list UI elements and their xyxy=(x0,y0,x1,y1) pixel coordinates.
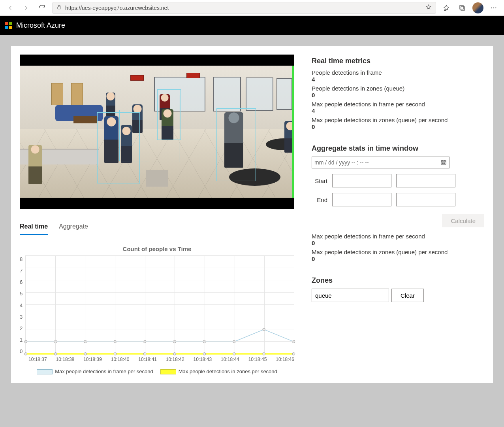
svg-point-18 xyxy=(84,353,87,355)
end-time-input[interactable] xyxy=(396,193,455,206)
legend-label-zones: Max people detections in zones per secon… xyxy=(179,368,277,374)
back-icon[interactable] xyxy=(3,1,17,15)
app-title: Microsoft Azure xyxy=(16,21,65,30)
svg-point-17 xyxy=(55,353,57,355)
avatar[interactable] xyxy=(472,2,483,13)
chart-tabs: Real time Aggregate xyxy=(20,220,294,235)
collections-icon[interactable] xyxy=(455,1,469,15)
chart-title: Count of people vs Time xyxy=(20,246,294,252)
zones-input[interactable] xyxy=(312,289,389,302)
tab-aggregate[interactable]: Aggregate xyxy=(59,220,88,235)
tab-realtime[interactable]: Real time xyxy=(20,220,48,235)
svg-point-3 xyxy=(491,7,492,8)
star-icon[interactable] xyxy=(425,4,432,11)
svg-point-25 xyxy=(292,353,295,355)
microsoft-logo-icon xyxy=(5,22,12,29)
svg-point-7 xyxy=(55,340,57,343)
lock-icon xyxy=(56,4,62,11)
metric-max-zones-label: Max people detections in zones (queue) p… xyxy=(312,117,484,123)
video-feed xyxy=(20,55,294,209)
aggregate-datetime-placeholder: mm / dd / yyyy -- : -- -- xyxy=(314,159,369,166)
agg-max-frame-label: Max people detections in frame per secon… xyxy=(312,233,484,240)
svg-point-21 xyxy=(173,353,176,355)
zone-line xyxy=(292,66,294,198)
svg-point-8 xyxy=(84,340,87,343)
app-header: Microsoft Azure xyxy=(0,16,504,35)
main-card: Real time Aggregate Count of people vs T… xyxy=(11,46,493,383)
chart: Count of people vs Time 876543210 10:18:… xyxy=(20,246,294,374)
metric-max-frame-value: 4 xyxy=(312,108,484,114)
svg-rect-1 xyxy=(460,6,463,9)
svg-point-24 xyxy=(263,353,265,355)
agg-max-zones-value: 0 xyxy=(312,255,484,262)
calendar-icon[interactable] xyxy=(440,159,447,166)
svg-point-13 xyxy=(233,340,236,343)
start-label: Start xyxy=(312,178,327,184)
chart-x-axis: 10:18:3710:18:3810:18:3910:18:4010:18:41… xyxy=(28,357,294,362)
browser-chrome: https://ues-eyeappyq7o.azurewebsites.net xyxy=(0,0,504,16)
url-text: https://ues-eyeappyq7o.azurewebsites.net xyxy=(65,5,422,11)
svg-point-9 xyxy=(114,340,117,343)
metric-frame-value: 4 xyxy=(312,76,484,83)
detection-bbox xyxy=(157,89,181,140)
svg-point-11 xyxy=(173,340,176,343)
calculate-button[interactable]: Calculate xyxy=(442,214,484,227)
metrics-heading: Real time metrics xyxy=(312,57,484,65)
metric-frame-label: People detections in frame xyxy=(312,69,484,76)
svg-point-20 xyxy=(144,353,147,355)
svg-point-14 xyxy=(263,328,265,331)
metric-zones-value: 0 xyxy=(312,92,484,98)
clear-button[interactable]: Clear xyxy=(391,289,424,302)
chart-y-axis: 876543210 xyxy=(20,256,25,354)
svg-point-6 xyxy=(24,340,27,343)
more-icon[interactable] xyxy=(487,1,501,15)
svg-point-16 xyxy=(24,353,27,355)
metric-max-frame-label: Max people detections in frame per secon… xyxy=(312,101,484,108)
svg-point-19 xyxy=(114,353,117,355)
start-date-input[interactable] xyxy=(332,174,391,187)
metric-zones-label: People detections in zones (queue) xyxy=(312,85,484,92)
legend-swatch-zones xyxy=(160,369,176,374)
svg-rect-2 xyxy=(461,7,465,10)
svg-point-4 xyxy=(493,7,494,8)
svg-point-23 xyxy=(233,353,236,355)
favorites-icon[interactable] xyxy=(439,1,453,15)
legend-swatch-frame xyxy=(37,369,53,374)
svg-point-22 xyxy=(203,353,206,355)
zones-heading: Zones xyxy=(312,276,484,285)
aggregate-heading: Aggregate stats in time window xyxy=(312,144,484,153)
address-bar[interactable]: https://ues-eyeappyq7o.azurewebsites.net xyxy=(52,2,436,14)
end-label: End xyxy=(312,196,327,203)
agg-max-frame-value: 0 xyxy=(312,240,484,246)
svg-rect-0 xyxy=(58,7,61,9)
metric-max-zones-value: 0 xyxy=(312,123,484,130)
svg-point-10 xyxy=(144,340,147,343)
end-date-input[interactable] xyxy=(332,193,391,206)
start-time-input[interactable] xyxy=(396,174,455,187)
chart-plot-area xyxy=(25,256,294,354)
forward-icon[interactable] xyxy=(19,1,33,15)
detection-bbox xyxy=(119,110,149,161)
legend-label-frame: Max people detections in frame per secon… xyxy=(55,368,153,374)
svg-point-5 xyxy=(495,7,496,8)
aggregate-datetime-field[interactable]: mm / dd / yyyy -- : -- -- xyxy=(312,157,449,168)
svg-point-12 xyxy=(203,340,206,343)
svg-point-15 xyxy=(292,340,295,343)
detection-bbox xyxy=(216,108,256,181)
agg-max-zones-label: Max people detections in zones (queue) p… xyxy=(312,249,484,255)
refresh-icon[interactable] xyxy=(35,1,49,15)
chart-legend: Max people detections in frame per secon… xyxy=(20,368,294,374)
